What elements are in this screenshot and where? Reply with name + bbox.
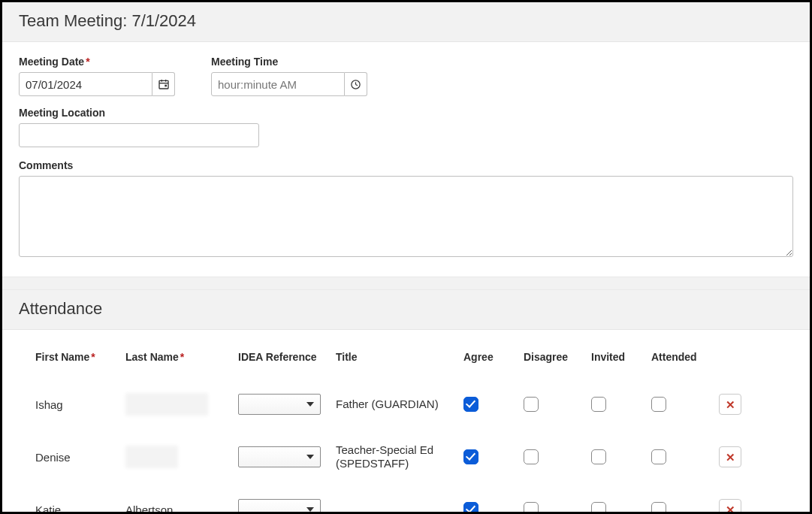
first-name-cell: Denise xyxy=(35,446,125,468)
title-cell: Father (GUARDIAN) xyxy=(336,398,463,411)
idea-ref-cell xyxy=(238,394,336,415)
agree-checkbox[interactable] xyxy=(463,449,478,464)
app-frame: Team Meeting: 7/1/2024 Meeting Date* xyxy=(0,0,812,514)
close-icon: ✕ xyxy=(726,504,735,515)
delete-row-button[interactable]: ✕ xyxy=(719,394,741,415)
disagree-checkbox[interactable] xyxy=(524,449,539,464)
attendance-header-row: First Name* Last Name* IDEA Reference Ti… xyxy=(35,351,777,363)
idea-ref-select[interactable] xyxy=(238,394,321,415)
col-disagree: Disagree xyxy=(524,351,591,363)
last-name-cell xyxy=(125,446,238,468)
meeting-date-label: Meeting Date* xyxy=(19,56,175,68)
col-idea-ref: IDEA Reference xyxy=(238,351,336,363)
first-name-cell: Ishag xyxy=(35,394,125,416)
col-last-name: Last Name* xyxy=(125,351,238,363)
meeting-location-field: Meeting Location xyxy=(19,107,793,147)
meeting-section-header: Team Meeting: 7/1/2024 xyxy=(2,2,810,42)
first-name-cell: Katie xyxy=(35,499,125,515)
meeting-location-input[interactable] xyxy=(19,123,259,147)
col-invited: Invited xyxy=(591,351,651,363)
attended-checkbox[interactable] xyxy=(651,449,666,464)
attendance-row: Denise Teacher-Special Ed (SPEDSTAFF) ✕ xyxy=(35,431,777,483)
col-attended: Attended xyxy=(651,351,719,363)
col-title: Title xyxy=(336,351,463,363)
meeting-time-field: Meeting Time xyxy=(211,56,367,96)
idea-ref-select[interactable] xyxy=(238,499,321,514)
attendance-row: Katie Albertson ✕ xyxy=(35,483,777,514)
comments-label: Comments xyxy=(19,159,793,171)
invited-checkbox[interactable] xyxy=(591,397,606,412)
attended-checkbox[interactable] xyxy=(651,397,666,412)
calendar-picker-button[interactable] xyxy=(152,72,175,96)
meeting-form: Meeting Date* xyxy=(2,42,810,277)
comments-field: Comments xyxy=(19,159,793,260)
attended-checkbox[interactable] xyxy=(651,502,666,514)
redacted-last-name xyxy=(125,446,178,468)
col-first-name: First Name* xyxy=(35,351,125,363)
title-cell: Teacher-Special Ed (SPEDSTAFF) xyxy=(336,443,463,470)
close-icon: ✕ xyxy=(726,399,735,410)
close-icon: ✕ xyxy=(726,452,735,463)
last-name-cell xyxy=(125,393,238,416)
attendance-title: Attendance xyxy=(19,299,793,319)
col-agree: Agree xyxy=(463,351,524,363)
redacted-last-name xyxy=(125,393,208,416)
calendar-icon xyxy=(158,78,170,90)
invited-checkbox[interactable] xyxy=(591,502,606,514)
comments-textarea[interactable] xyxy=(19,176,793,257)
disagree-checkbox[interactable] xyxy=(524,397,539,412)
time-picker-button[interactable] xyxy=(345,72,367,96)
meeting-title: Team Meeting: 7/1/2024 xyxy=(19,11,793,31)
idea-ref-cell xyxy=(238,446,336,467)
idea-ref-select[interactable] xyxy=(238,446,321,467)
idea-ref-cell xyxy=(238,499,336,514)
last-name-cell: Albertson xyxy=(125,499,238,515)
delete-row-button[interactable]: ✕ xyxy=(719,446,741,467)
meeting-time-input[interactable] xyxy=(211,72,345,96)
clock-icon xyxy=(350,79,361,90)
attendance-row: Ishag Father (GUARDIAN) ✕ xyxy=(35,378,777,431)
agree-checkbox[interactable] xyxy=(463,502,478,514)
meeting-time-label: Meeting Time xyxy=(211,56,367,68)
meeting-date-field: Meeting Date* xyxy=(19,56,175,96)
disagree-checkbox[interactable] xyxy=(524,502,539,514)
section-gap xyxy=(2,277,810,290)
attendance-table: First Name* Last Name* IDEA Reference Ti… xyxy=(2,330,810,514)
meeting-location-label: Meeting Location xyxy=(19,107,793,119)
attendance-section-header: Attendance xyxy=(2,290,810,330)
meeting-date-input[interactable] xyxy=(19,72,152,96)
agree-checkbox[interactable] xyxy=(463,397,478,412)
svg-line-7 xyxy=(356,84,358,85)
svg-rect-4 xyxy=(165,85,167,87)
delete-row-button[interactable]: ✕ xyxy=(719,499,741,514)
svg-rect-0 xyxy=(159,80,168,89)
invited-checkbox[interactable] xyxy=(591,449,606,464)
